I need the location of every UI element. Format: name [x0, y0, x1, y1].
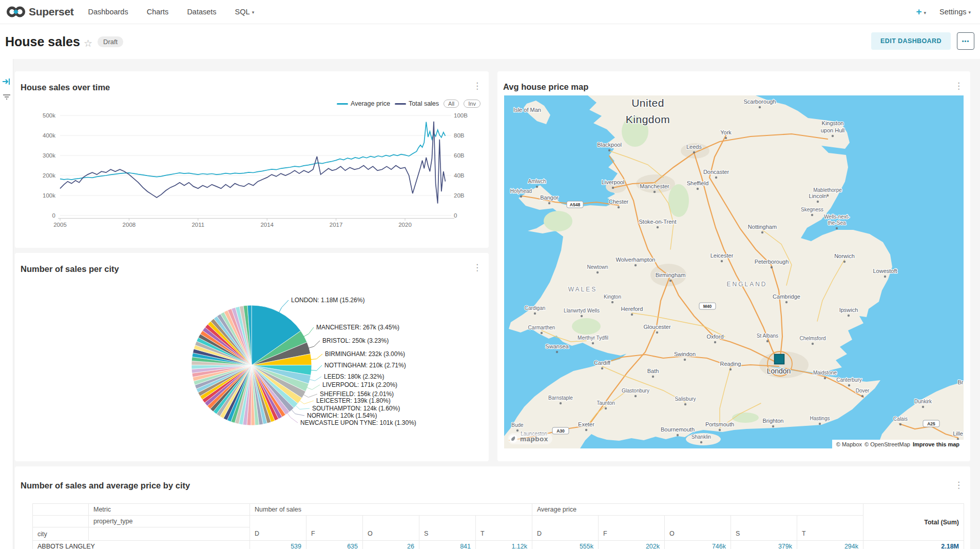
svg-text:500k: 500k	[43, 112, 55, 119]
cell-number-of-sales: 26	[363, 541, 419, 549]
property-type-col-S: S	[419, 516, 476, 541]
map-label: upon Hull	[821, 127, 844, 133]
svg-text:60B: 60B	[454, 152, 465, 159]
map-label: Doncaster	[703, 169, 729, 175]
svg-text:2014: 2014	[260, 222, 274, 228]
mapbox-logo[interactable]: mapbox	[508, 433, 552, 444]
svg-text:2008: 2008	[123, 222, 136, 228]
line-chart-plot[interactable]: 00100k20B200k40B300k60B400k80B500k100B20…	[15, 71, 489, 248]
map-town-dot	[719, 429, 721, 431]
legend-inv-button[interactable]: Inv	[464, 100, 481, 108]
legend-swatch	[337, 103, 348, 105]
map-town-dot	[725, 137, 727, 139]
map-town-dot	[548, 202, 550, 204]
pie-label: LONDON: 1.18M (15.26%)	[291, 297, 364, 304]
favorite-star-icon[interactable]: ☆	[84, 37, 92, 49]
map-label: Holyhead	[510, 188, 532, 194]
chart-menu-kebab-icon[interactable]: ⋮	[954, 481, 963, 489]
nav-item-sql[interactable]: SQL▾	[235, 8, 255, 16]
map-label: Skegness	[801, 207, 823, 212]
nav-item-datasets[interactable]: Datasets	[187, 8, 216, 16]
cell-number-of-sales: 635	[306, 541, 363, 549]
map-label: Maidstone	[813, 370, 837, 376]
svg-text:0: 0	[454, 212, 457, 219]
edit-dashboard-button[interactable]: EDIT DASHBOARD	[871, 32, 951, 50]
map-town-dot	[534, 312, 536, 315]
map-label: Portsmouth	[705, 421, 734, 427]
map-town-dot	[899, 423, 901, 425]
map-label: the-Sea	[828, 220, 846, 226]
legend-all-button[interactable]: All	[444, 100, 459, 108]
new-item-button[interactable]: +▾	[916, 6, 926, 17]
chart-menu-kebab-icon[interactable]: ⋮	[954, 82, 963, 90]
svg-text:2020: 2020	[398, 222, 412, 228]
map-town-dot	[693, 151, 695, 153]
property-type-col-T: T	[476, 516, 532, 541]
map-label: Lille	[953, 430, 963, 437]
map-label: Chester	[609, 199, 629, 205]
mapbox-attribution-link[interactable]: © Mapbox	[836, 441, 862, 447]
map-label: Leicester	[710, 252, 734, 259]
series-line[interactable]	[60, 122, 445, 180]
chart-legend: Average price Total sales All Inv	[337, 100, 481, 108]
map-label: Lowestoft	[873, 268, 897, 274]
map-label: Wolverhampton	[616, 257, 656, 263]
map-town-dot	[772, 425, 774, 427]
dashboard-more-button[interactable]: •••	[957, 32, 974, 50]
map-label: Norwich	[834, 253, 855, 259]
map-town-dot	[697, 188, 699, 190]
pie-chart-plot[interactable]: LONDON: 1.18M (15.26%)MANCHESTER: 267k (…	[15, 253, 489, 461]
france-landmass	[877, 382, 964, 448]
map-label: Gloucester	[643, 324, 671, 330]
osm-attribution-link[interactable]: © OpenStreetMap	[864, 441, 910, 447]
property-type-col-O: O	[363, 516, 419, 541]
map-town-dot	[817, 201, 819, 203]
map-label: Lincoln	[809, 193, 827, 199]
chart-menu-kebab-icon[interactable]: ⋮	[473, 263, 482, 272]
map-canvas[interactable]: Isle of ManUnitedKingdomScarboroughYorkK…	[504, 95, 964, 448]
map-label: Manchester	[640, 183, 669, 189]
chart-title: Number of sales and average price by cit…	[21, 481, 190, 491]
map-town-dot	[771, 266, 773, 268]
series-line[interactable]	[60, 122, 445, 204]
pie-leader-line	[279, 300, 289, 313]
improve-map-link[interactable]: Improve this map	[913, 441, 959, 447]
pie-label: NORWICH: 120k (1.54%)	[307, 412, 377, 419]
road-shield-label: A30	[556, 428, 565, 434]
cell-number-of-sales: 1.12k	[476, 541, 532, 549]
expand-filter-icon[interactable]	[2, 77, 11, 86]
nav-item-charts[interactable]: Charts	[147, 8, 169, 16]
map-label: Leeds	[686, 144, 702, 150]
map-label: Kington	[604, 294, 621, 300]
superset-logo[interactable]: Superset	[6, 5, 73, 18]
nav-item-dashboards[interactable]: Dashboards	[88, 8, 128, 16]
map-town-dot	[715, 177, 717, 179]
map-label: Shanklin	[691, 434, 711, 440]
map-town-dot	[714, 341, 716, 343]
pie-leader-line	[299, 400, 314, 404]
top-nav: Superset Dashboards Charts Datasets SQL▾…	[0, 0, 980, 24]
legend-item-total-sales[interactable]: Total sales	[395, 100, 439, 107]
legend-item-average-price[interactable]: Average price	[337, 100, 390, 107]
map-town-dot	[635, 395, 637, 397]
svg-text:2011: 2011	[191, 222, 204, 228]
filter-funnel-icon[interactable]	[2, 93, 11, 101]
total-sum-header: Total (Sum)	[863, 504, 964, 541]
map-town-dot	[884, 276, 886, 278]
settings-menu[interactable]: Settings▾	[939, 8, 971, 16]
map-town-dot	[635, 264, 637, 266]
chart-menu-kebab-icon[interactable]: ⋮	[473, 82, 482, 90]
plus-icon: +	[916, 6, 921, 17]
map-town-dot	[922, 406, 924, 408]
filter-bar-collapsed	[0, 59, 13, 549]
pie-label: NEWCASTLE UPON TYNE: 101k (1.30%)	[300, 419, 416, 426]
map-town-dot	[652, 376, 654, 378]
map-town-dot	[759, 106, 761, 108]
city-header: city	[33, 527, 89, 541]
corner-cell	[33, 504, 89, 516]
map-label: Canterbury	[836, 377, 861, 383]
empty-cell	[89, 527, 250, 541]
pie-label: SOUTHAMPTON: 124k (1.60%)	[312, 405, 400, 412]
map-price-marker[interactable]	[775, 355, 784, 364]
chart-card-avg-house-price-map: Avg house price map ⋮	[497, 71, 970, 461]
